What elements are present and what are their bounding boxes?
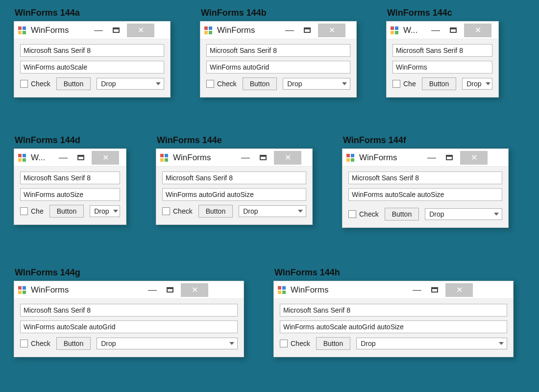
- maximize-icon: [431, 287, 438, 293]
- titlebar[interactable]: W... — ✕: [14, 149, 126, 167]
- checkbox[interactable]: Che: [392, 80, 416, 88]
- textbox-1[interactable]: Microsoft Sans Serif 8: [20, 172, 120, 184]
- dropdown[interactable]: Drop: [90, 205, 120, 217]
- minimize-button[interactable]: —: [427, 24, 444, 37]
- dropdown[interactable]: Drop: [425, 208, 502, 220]
- window: W... — ✕ Microsoft Sans Serif 8 WinForms…: [14, 148, 126, 225]
- close-button[interactable]: ✕: [127, 24, 154, 37]
- textbox-1[interactable]: Microsoft Sans Serif 8: [20, 304, 238, 317]
- checkbox[interactable]: Check: [20, 80, 50, 88]
- textbox-1[interactable]: Microsoft Sans Serif 8: [280, 304, 507, 317]
- button[interactable]: Button: [422, 77, 456, 90]
- maximize-button[interactable]: [107, 24, 125, 37]
- window-title: WinForms: [173, 153, 237, 163]
- button[interactable]: Button: [56, 337, 91, 350]
- textbox-2[interactable]: WinForms: [392, 61, 492, 74]
- dropdown-value: Drop: [287, 80, 302, 88]
- titlebar[interactable]: WinForms — ✕: [274, 281, 513, 299]
- dropdown[interactable]: Drop: [283, 78, 350, 90]
- window-title: WinForms: [217, 25, 281, 35]
- maximize-icon: [167, 287, 173, 293]
- minimize-button[interactable]: —: [90, 24, 107, 37]
- minimize-button[interactable]: —: [54, 151, 72, 165]
- textbox-2[interactable]: WinForms autoGrid: [206, 61, 350, 74]
- checkbox[interactable]: Check: [280, 340, 310, 347]
- button[interactable]: Button: [56, 77, 91, 90]
- textbox-1[interactable]: Microsoft Sans Serif 8: [162, 172, 306, 184]
- titlebar[interactable]: WinForms — ✕: [200, 22, 356, 39]
- dropdown[interactable]: Drop: [97, 338, 238, 349]
- textbox-2[interactable]: WinForms autoSize: [20, 188, 120, 201]
- window-controls: — ✕: [237, 151, 301, 165]
- checkbox-box-icon: [20, 340, 28, 347]
- button[interactable]: Button: [385, 208, 419, 220]
- checkbox[interactable]: Check: [206, 80, 237, 88]
- titlebar[interactable]: W... — ✕: [387, 22, 498, 39]
- chevron-down-icon: [486, 82, 490, 85]
- dropdown[interactable]: Drop: [356, 338, 507, 349]
- app-icon: [346, 154, 354, 162]
- close-button[interactable]: ✕: [460, 151, 488, 165]
- maximize-button[interactable]: [254, 151, 272, 165]
- minimize-button[interactable]: —: [237, 151, 254, 165]
- chevron-down-icon: [156, 82, 161, 85]
- window-title: WinForms: [31, 285, 144, 295]
- window-controls: — ✕: [281, 24, 345, 37]
- titlebar[interactable]: WinForms — ✕: [156, 149, 312, 167]
- dropdown[interactable]: Drop: [239, 205, 306, 217]
- button[interactable]: Button: [243, 77, 277, 90]
- window-body: Microsoft Sans Serif 8 WinForms autoSize…: [14, 167, 126, 224]
- maximize-button[interactable]: [72, 151, 90, 165]
- textbox-1[interactable]: Microsoft Sans Serif 8: [392, 44, 492, 57]
- textbox-2[interactable]: WinForms autoScale autoGrid: [20, 320, 238, 333]
- textbox-1[interactable]: Microsoft Sans Serif 8: [348, 172, 502, 184]
- button[interactable]: Button: [49, 205, 84, 218]
- dropdown-value: Drop: [466, 80, 481, 88]
- textbox-2[interactable]: WinForms autoScale autoSize: [348, 188, 502, 201]
- textbox-2[interactable]: WinForms autoScale: [20, 61, 164, 74]
- dropdown-value: Drop: [94, 207, 109, 215]
- minimize-button[interactable]: —: [144, 283, 161, 297]
- titlebar[interactable]: WinForms — ✕: [343, 149, 508, 167]
- maximize-button[interactable]: [161, 283, 179, 297]
- checkbox-box-icon: [20, 207, 28, 215]
- checkbox[interactable]: Check: [348, 210, 379, 218]
- maximize-button[interactable]: [298, 24, 316, 37]
- dropdown[interactable]: Drop: [462, 78, 492, 90]
- close-icon: ✕: [138, 25, 144, 35]
- close-icon: ✕: [456, 285, 463, 294]
- textbox-2[interactable]: WinForms autoGrid autoSize: [162, 188, 306, 201]
- titlebar[interactable]: WinForms — ✕: [14, 281, 244, 299]
- dropdown-value: Drop: [361, 340, 375, 347]
- app-icon: [18, 286, 26, 294]
- button[interactable]: Button: [198, 205, 233, 218]
- minimize-button[interactable]: —: [281, 24, 298, 37]
- minimize-button[interactable]: —: [423, 151, 441, 165]
- close-button[interactable]: ✕: [181, 283, 208, 297]
- close-button[interactable]: ✕: [318, 24, 345, 37]
- checkbox[interactable]: Check: [162, 207, 193, 215]
- maximize-button[interactable]: [441, 151, 458, 165]
- textbox-1[interactable]: Microsoft Sans Serif 8: [20, 44, 164, 57]
- window: WinForms — ✕ Microsoft Sans Serif 8 WinF…: [200, 21, 357, 98]
- dropdown-value: Drop: [429, 210, 444, 218]
- maximize-button[interactable]: [444, 24, 462, 37]
- close-button[interactable]: ✕: [445, 283, 473, 297]
- maximize-button[interactable]: [426, 283, 443, 297]
- minimize-button[interactable]: —: [408, 283, 426, 297]
- dropdown[interactable]: Drop: [97, 78, 164, 90]
- textbox-1[interactable]: Microsoft Sans Serif 8: [206, 44, 350, 57]
- close-button[interactable]: ✕: [464, 24, 491, 37]
- chevron-down-icon: [298, 210, 303, 213]
- titlebar[interactable]: WinForms — ✕: [14, 22, 170, 39]
- close-button[interactable]: ✕: [92, 151, 119, 165]
- checkbox[interactable]: Che: [20, 207, 44, 215]
- controls-row: Che Button Drop: [392, 77, 492, 90]
- checkbox[interactable]: Check: [20, 340, 50, 347]
- checkbox-label: Check: [359, 210, 379, 218]
- textbox-2[interactable]: WinForms autoScale autoGrid autoSize: [280, 320, 507, 333]
- button[interactable]: Button: [316, 337, 350, 350]
- controls-row: Check Button Drop: [348, 208, 502, 220]
- panel-heading: WinForms 144c: [387, 8, 499, 18]
- close-button[interactable]: ✕: [274, 151, 301, 165]
